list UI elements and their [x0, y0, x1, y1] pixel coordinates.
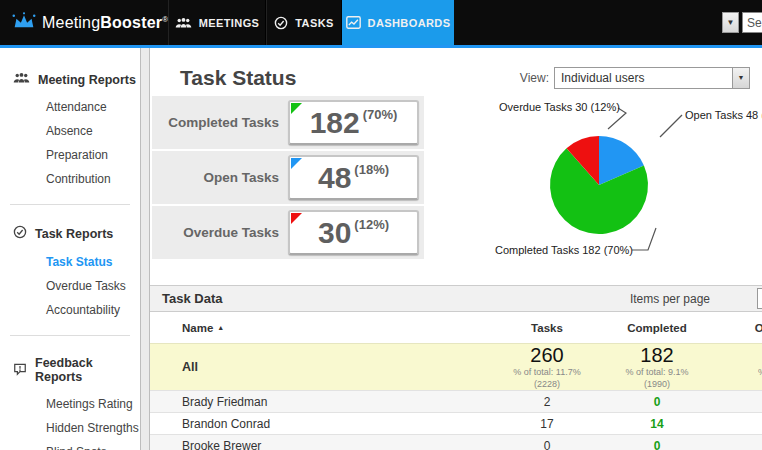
table-row[interactable]: Brady Friedman 2 0 — [150, 390, 762, 412]
view-selected-value: Individual users — [555, 71, 732, 85]
summary-completed: 182 % of total: 9.1% (1990) — [602, 345, 712, 389]
sidebar-item-task-status[interactable]: Task Status — [0, 250, 140, 274]
table-row[interactable]: Brandon Conrad 17 14 — [150, 412, 762, 434]
view-label: View: — [520, 71, 549, 85]
app-logo[interactable]: MeetingBooster® — [12, 0, 168, 45]
feedback-bubble-icon — [13, 362, 27, 379]
pie-label-overdue: Overdue Tasks 30 (12%) — [499, 101, 620, 113]
task-data-table: Name▲ Tasks Completed Overdue All 260 % … — [150, 312, 762, 450]
chevron-down-icon: ▼ — [727, 18, 735, 27]
task-status-pie-chart: Overdue Tasks 30 (12%) Open Tasks 48 (18… — [472, 96, 762, 264]
corner-flag-red — [291, 213, 302, 224]
sidebar-item-preparation[interactable]: Preparation — [0, 143, 140, 167]
tab-dashboards[interactable]: DASHBOARDS — [342, 0, 454, 45]
sidebar-item-meetings-rating[interactable]: Meetings Rating — [0, 392, 140, 416]
sidebar-item-contribution[interactable]: Contribution — [0, 167, 140, 191]
column-header-overdue[interactable]: Overdue — [712, 322, 762, 334]
check-circle-icon — [274, 16, 288, 30]
sidebar-section-feedback-reports: Feedback Reports — [0, 356, 140, 384]
tab-label: MEETINGS — [199, 17, 260, 29]
stat-value-box: 48 (18%) — [288, 155, 419, 200]
search-input[interactable] — [742, 12, 762, 33]
view-dropdown[interactable]: Individual users ▼ — [554, 67, 750, 89]
pie-label-completed: Completed Tasks 182 (70%) — [495, 244, 633, 256]
items-per-page-label: Items per page — [630, 292, 710, 306]
sort-asc-icon: ▲ — [217, 324, 224, 331]
top-navbar: MeetingBooster® MEETINGS TASKS — [0, 0, 762, 45]
sidebar-gutter — [141, 48, 150, 450]
navbar-right-controls: ▼ — [722, 12, 762, 33]
people-icon — [175, 17, 192, 29]
main-content: Task Status View: Individual users ▼ Com… — [150, 48, 762, 450]
stat-value-box: 182 (70%) — [288, 100, 419, 145]
page-title: Task Status — [180, 66, 296, 90]
stat-completed-tasks: Completed Tasks 182 (70%) — [152, 96, 424, 149]
task-data-section-bar: Task Data Items per page — [150, 285, 762, 312]
table-header-row: Name▲ Tasks Completed Overdue — [150, 312, 762, 343]
sidebar-divider — [10, 204, 130, 205]
view-control: View: Individual users ▼ — [520, 67, 750, 89]
sidebar-item-blind-spots[interactable]: Blind Spots — [0, 440, 140, 450]
sidebar-item-hidden-strengths[interactable]: Hidden Strengths — [0, 416, 140, 440]
tab-label: TASKS — [295, 17, 333, 29]
tab-meetings[interactable]: MEETINGS — [168, 0, 266, 45]
pie-chart-svg — [472, 96, 762, 264]
sidebar-item-overdue-tasks[interactable]: Overdue Tasks — [0, 274, 140, 298]
sidebar-item-attendance[interactable]: Attendance — [0, 95, 140, 119]
stat-overdue-tasks: Overdue Tasks 30 (12%) — [152, 206, 424, 259]
tab-tasks[interactable]: TASKS — [266, 0, 342, 45]
main-navigation: MEETINGS TASKS DASHBOARDS — [168, 0, 454, 45]
summary-overdue: % of total: — [712, 345, 762, 389]
crown-logo-icon — [12, 12, 36, 34]
task-stats-panel: Completed Tasks 182 (70%) Open Tasks 48 … — [152, 96, 424, 259]
check-circle-icon — [13, 225, 27, 242]
tab-label: DASHBOARDS — [368, 17, 451, 29]
sidebar-section-task-reports: Task Reports — [0, 225, 140, 242]
summary-tasks: 260 % of total: 11.7% (2228) — [492, 345, 602, 389]
sidebar-section-meeting-reports: Meeting Reports — [0, 72, 140, 87]
section-title: Task Data — [162, 291, 222, 306]
stat-open-tasks: Open Tasks 48 (18%) — [152, 151, 424, 204]
people-icon — [13, 72, 30, 87]
sidebar: Meeting Reports Attendance Absence Prepa… — [0, 48, 141, 450]
search-scope-dropdown[interactable]: ▼ — [722, 12, 739, 33]
corner-flag-green — [291, 103, 302, 114]
table-row[interactable]: Brooke Brewer 0 0 — [150, 434, 762, 450]
brand-name: MeetingBooster® — [42, 14, 168, 32]
column-header-completed[interactable]: Completed — [602, 322, 712, 334]
stat-value-box: 30 (12%) — [288, 210, 419, 255]
summary-row-all[interactable]: All 260 % of total: 11.7% (2228) 182 % o… — [150, 343, 762, 390]
chart-icon — [346, 16, 361, 29]
pie-label-open: Open Tasks 48 (18%) — [685, 109, 762, 121]
sidebar-divider — [10, 335, 130, 336]
sidebar-item-accountability[interactable]: Accountability — [0, 298, 140, 322]
column-header-tasks[interactable]: Tasks — [492, 322, 602, 334]
column-header-name[interactable]: Name▲ — [150, 322, 492, 334]
corner-flag-blue — [291, 158, 302, 169]
items-per-page-dropdown[interactable] — [757, 288, 762, 309]
chevron-down-icon: ▼ — [732, 68, 749, 88]
sidebar-item-absence[interactable]: Absence — [0, 119, 140, 143]
